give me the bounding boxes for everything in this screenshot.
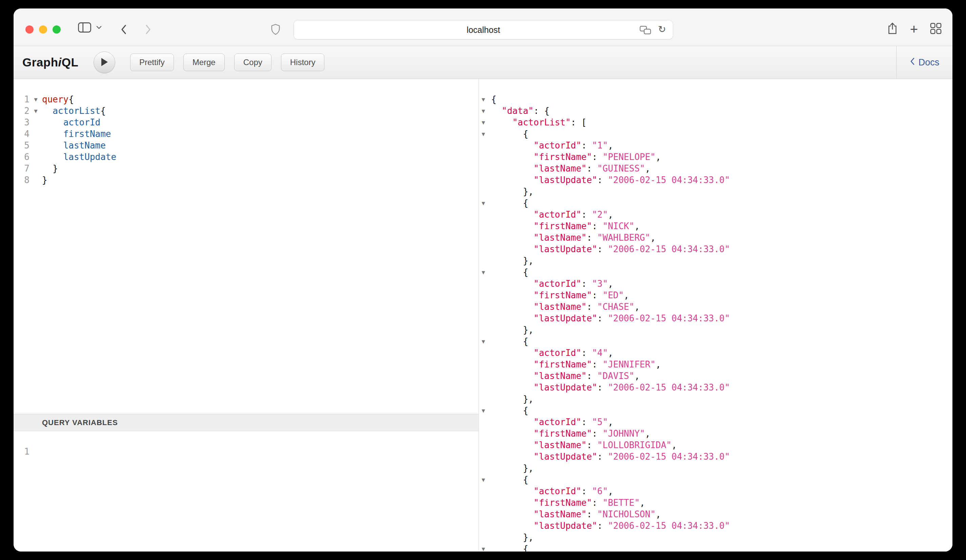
close-window-button[interactable] bbox=[25, 25, 34, 34]
fold-gutter bbox=[30, 163, 42, 174]
fold-arrow-icon[interactable]: ▾ bbox=[479, 128, 491, 140]
fold-gutter bbox=[479, 359, 491, 370]
query-variables-header[interactable]: QUERY VARIABLES bbox=[13, 414, 479, 431]
copy-button[interactable]: Copy bbox=[234, 54, 271, 71]
fold-arrow-icon[interactable]: ▾ bbox=[479, 405, 491, 416]
code-text: "actorId": "1", bbox=[491, 140, 613, 151]
fold-gutter bbox=[479, 416, 491, 428]
query-variables-editor[interactable]: 1 bbox=[13, 431, 479, 552]
forward-button[interactable] bbox=[144, 23, 153, 37]
result-line: "firstName": "PENELOPE", bbox=[479, 151, 953, 163]
fold-arrow-icon[interactable]: ▾ bbox=[479, 474, 491, 485]
execute-query-button[interactable] bbox=[94, 51, 115, 73]
sidebar-toggle-button[interactable] bbox=[78, 22, 92, 34]
fold-arrow-icon[interactable]: ▾ bbox=[479, 266, 491, 278]
result-line: }, bbox=[479, 186, 953, 197]
code-line: 2▾ actorList{ bbox=[13, 105, 479, 117]
fold-gutter bbox=[479, 382, 491, 393]
fold-arrow-icon[interactable]: ▾ bbox=[479, 94, 491, 105]
reload-button[interactable]: ↻ bbox=[658, 24, 666, 35]
code-line: 8} bbox=[13, 174, 479, 186]
privacy-shield-button[interactable] bbox=[271, 23, 281, 37]
fold-gutter bbox=[479, 370, 491, 382]
result-line: "lastUpdate": "2006-02-15 04:34:33.0" bbox=[479, 520, 953, 532]
code-text: "data": { bbox=[491, 105, 549, 117]
fold-arrow-icon[interactable]: ▾ bbox=[479, 336, 491, 347]
new-tab-button[interactable]: + bbox=[910, 24, 918, 34]
share-button[interactable] bbox=[887, 22, 898, 36]
code-text: { bbox=[491, 266, 528, 278]
result-line: "lastName": "WAHLBERG", bbox=[479, 232, 953, 243]
result-line: ▾ "data": { bbox=[479, 105, 953, 117]
result-pane[interactable]: ▾{▾ "data": {▾ "actorList": [▾ { "actorI… bbox=[479, 79, 953, 552]
code-text: "lastUpdate": "2006-02-15 04:34:33.0" bbox=[491, 243, 730, 255]
result-line: "lastName": "DAVIS", bbox=[479, 370, 953, 382]
fold-gutter bbox=[479, 140, 491, 151]
code-text: }, bbox=[491, 255, 534, 266]
back-button[interactable] bbox=[119, 23, 128, 37]
result-line: "firstName": "ED", bbox=[479, 289, 953, 301]
code-text: "firstName": "BETTE", bbox=[491, 497, 645, 509]
zoom-window-button[interactable] bbox=[53, 25, 61, 34]
code-text: firstName bbox=[42, 128, 111, 140]
fold-gutter bbox=[479, 243, 491, 255]
screen: localhost ↻ bbox=[0, 0, 966, 560]
line-number: 6 bbox=[13, 151, 30, 163]
fold-arrow-icon[interactable]: ▾ bbox=[479, 197, 491, 209]
code-text: "firstName": "JOHNNY", bbox=[491, 428, 651, 439]
fold-gutter bbox=[30, 117, 42, 128]
docs-label: Docs bbox=[918, 57, 940, 68]
code-text: "lastName": "NICHOLSON", bbox=[491, 509, 661, 520]
graphiql-main: 1▾query{2▾ actorList{3 actorId4 firstNam… bbox=[13, 79, 953, 552]
fold-gutter bbox=[479, 439, 491, 451]
code-line: 1 bbox=[13, 446, 479, 457]
chevron-right-icon bbox=[144, 23, 153, 37]
query-editor[interactable]: 1▾query{2▾ actorList{3 actorId4 firstNam… bbox=[13, 79, 479, 414]
code-text: "firstName": "ED", bbox=[491, 289, 629, 301]
result-line: }, bbox=[479, 255, 953, 266]
translate-button[interactable] bbox=[640, 26, 651, 36]
code-text: }, bbox=[491, 462, 534, 474]
line-number: 4 bbox=[13, 128, 30, 140]
code-text: "lastUpdate": "2006-02-15 04:34:33.0" bbox=[491, 174, 730, 186]
fold-gutter bbox=[30, 140, 42, 151]
result-line: "lastName": "LOLLOBRIGIDA", bbox=[479, 439, 953, 451]
code-text: "firstName": "NICK", bbox=[491, 220, 640, 232]
docs-button[interactable]: Docs bbox=[896, 46, 953, 79]
line-number: 2 bbox=[13, 105, 30, 117]
fold-arrow-icon[interactable]: ▾ bbox=[479, 543, 491, 552]
minimize-window-button[interactable] bbox=[39, 25, 47, 34]
browser-toolbar: localhost ↻ bbox=[13, 8, 953, 46]
result-line: ▾ { bbox=[479, 266, 953, 278]
sidebar-icon bbox=[78, 22, 92, 34]
code-text: }, bbox=[491, 324, 534, 336]
tab-overview-button[interactable] bbox=[930, 23, 941, 35]
merge-button[interactable]: Merge bbox=[183, 54, 225, 71]
code-text: lastName bbox=[42, 140, 106, 151]
sidebar-dropdown-button[interactable] bbox=[95, 25, 102, 31]
url-field[interactable]: localhost ↻ bbox=[294, 20, 673, 39]
result-line: ▾ { bbox=[479, 197, 953, 209]
fold-arrow-icon[interactable]: ▾ bbox=[30, 105, 42, 117]
history-button[interactable]: History bbox=[281, 54, 325, 71]
fold-gutter bbox=[479, 520, 491, 532]
code-text: "actorList": [ bbox=[491, 117, 587, 128]
graphiql-toolbar: GraphiQL Prettify Merge Copy History bbox=[13, 46, 953, 79]
plus-icon: + bbox=[910, 24, 918, 34]
result-line: "lastName": "CHASE", bbox=[479, 301, 953, 312]
fold-arrow-icon[interactable]: ▾ bbox=[30, 94, 42, 105]
code-text: "lastName": "GUINESS", bbox=[491, 163, 651, 174]
code-text: } bbox=[42, 174, 48, 186]
prettify-button[interactable]: Prettify bbox=[130, 54, 174, 71]
editor-pane: 1▾query{2▾ actorList{3 actorId4 firstNam… bbox=[13, 79, 479, 552]
fold-arrow-icon[interactable]: ▾ bbox=[479, 105, 491, 117]
chevron-left-icon bbox=[910, 57, 915, 68]
result-line: ▾ { bbox=[479, 543, 953, 552]
result-line: ▾ { bbox=[479, 474, 953, 485]
fold-gutter bbox=[479, 532, 491, 543]
fold-gutter bbox=[479, 497, 491, 509]
code-text: }, bbox=[491, 186, 534, 197]
fold-gutter bbox=[479, 278, 491, 289]
code-line: 5 lastName bbox=[13, 140, 479, 151]
fold-arrow-icon[interactable]: ▾ bbox=[479, 117, 491, 128]
